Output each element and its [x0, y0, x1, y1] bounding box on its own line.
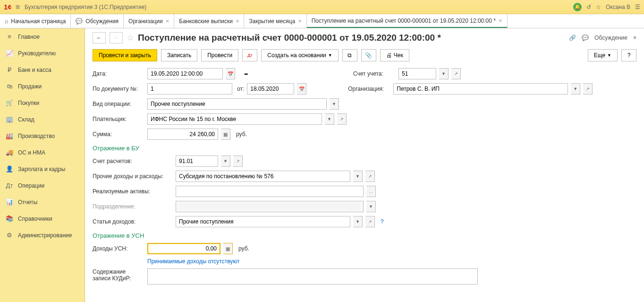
sidebar-item[interactable]: 🛍Продажи: [0, 78, 85, 95]
dropdown-icon[interactable]: ▼: [325, 113, 334, 125]
tab-month-close[interactable]: Закрытие месяца ×: [244, 14, 306, 28]
close-icon[interactable]: ×: [298, 17, 302, 25]
tab-label: Организации: [128, 18, 163, 25]
post-and-close-button[interactable]: Провести и закрыть: [93, 49, 157, 61]
payer-input[interactable]: [151, 116, 319, 122]
calendar-icon[interactable]: 📅: [297, 83, 306, 95]
sidebar-item[interactable]: ≡Главное: [0, 28, 85, 45]
star-icon[interactable]: ☆: [596, 4, 601, 10]
sidebar-item[interactable]: ⚙Администрирование: [0, 227, 85, 243]
rub-label: руб.: [238, 245, 249, 252]
calc-acc-input[interactable]: [179, 158, 215, 164]
sidebar-icon: Дт: [6, 182, 13, 189]
document-title: Поступление на расчетный счет 0000-00000…: [138, 33, 441, 43]
nav-back[interactable]: ←: [93, 32, 106, 43]
sidebar-item[interactable]: 📚Справочники: [0, 210, 85, 227]
discuss-label[interactable]: Обсуждение: [594, 35, 627, 41]
settings-icon[interactable]: ☰: [635, 4, 640, 10]
close-icon[interactable]: ×: [236, 17, 239, 25]
from-label: от:: [237, 86, 244, 92]
open-icon[interactable]: ↗: [337, 113, 347, 125]
calculator-icon[interactable]: ▦: [223, 243, 233, 254]
close-doc-icon[interactable]: ×: [633, 35, 636, 41]
calculator-icon[interactable]: ▦: [221, 129, 230, 140]
sidebar-item-label: Продажи: [18, 83, 42, 90]
open-icon[interactable]: ↗: [365, 171, 375, 182]
dtkt-button[interactable]: Дт: [242, 49, 257, 61]
close-icon[interactable]: ×: [166, 17, 169, 25]
docnum-input[interactable]: [151, 86, 229, 92]
tab-discuss[interactable]: 💬 Обсуждения: [71, 14, 124, 28]
close-icon[interactable]: ×: [499, 17, 502, 24]
sidebar-item-label: Справочники: [18, 216, 52, 222]
dropdown-icon[interactable]: ▼: [353, 216, 363, 227]
dropdown-icon[interactable]: ▼: [221, 155, 230, 167]
tab-organizations[interactable]: Организации ×: [124, 14, 174, 28]
attach-button[interactable]: 📎: [361, 49, 376, 61]
dropdown-icon[interactable]: ▼: [439, 68, 449, 79]
sum-input[interactable]: [151, 131, 215, 138]
dropdown-icon[interactable]: ▼: [571, 83, 580, 95]
open-icon[interactable]: ↗: [583, 83, 593, 95]
structure-button[interactable]: ⧉: [342, 49, 357, 61]
help-button[interactable]: ?: [621, 49, 636, 61]
user-name[interactable]: Оксана В: [606, 4, 630, 10]
tab-label: Поступление на расчетный счет 0000-00000…: [312, 17, 496, 24]
tab-bank-statements[interactable]: Банковские выписки ×: [174, 14, 244, 28]
kudir-label: Содержание записи КУДиР:: [93, 268, 144, 282]
tab-active-document[interactable]: Поступление на расчетный счет 0000-00000…: [307, 14, 508, 28]
org-input[interactable]: [397, 86, 565, 92]
sidebar-item[interactable]: 📊Отчеты: [0, 194, 85, 210]
sidebar-item[interactable]: 🏢Склад: [0, 111, 85, 128]
bell-icon[interactable]: 🔔: [573, 3, 582, 11]
sidebar-item-label: Покупки: [18, 100, 39, 106]
assets-input[interactable]: [179, 188, 360, 195]
nav-forward[interactable]: →: [110, 32, 123, 43]
favorite-star-icon[interactable]: ☆: [127, 33, 134, 43]
open-icon[interactable]: ↗: [233, 155, 243, 167]
account-input[interactable]: [402, 70, 433, 77]
dropdown-icon[interactable]: ▼: [330, 98, 339, 110]
dropdown-icon[interactable]: ▼: [353, 171, 363, 182]
history-icon[interactable]: ↺: [586, 4, 591, 10]
link-icon[interactable]: 🔗: [569, 35, 576, 41]
post-button[interactable]: Провести: [201, 49, 238, 61]
other-input[interactable]: [179, 173, 347, 180]
open-icon[interactable]: ↗: [451, 68, 461, 79]
sidebar: ≡Главное📈Руководителю₽Банк и касса🛍Прода…: [0, 28, 85, 302]
menu-icon[interactable]: ≡: [16, 3, 20, 11]
usn-input[interactable]: [151, 245, 217, 252]
dots-icon[interactable]: …: [366, 186, 376, 197]
help-link-icon[interactable]: ?: [381, 218, 384, 225]
check-button[interactable]: 🖨Чек: [380, 49, 409, 61]
sidebar-item-label: Главное: [18, 34, 40, 40]
date-input[interactable]: [151, 70, 220, 77]
from-date-input[interactable]: [250, 86, 291, 92]
more-button[interactable]: Еще▼: [588, 49, 618, 61]
tab-home[interactable]: ⌂ Начальная страница: [0, 14, 71, 28]
create-from-button[interactable]: Создать на основании▼: [261, 49, 338, 61]
sidebar-item[interactable]: 🏭Производство: [0, 128, 85, 144]
forward-small-icon[interactable]: ➡: [241, 69, 251, 79]
discuss-icon[interactable]: 💬: [582, 35, 589, 41]
calendar-icon[interactable]: 📅: [226, 68, 235, 79]
optype-input[interactable]: [151, 101, 323, 107]
inc-item-input[interactable]: [179, 218, 347, 225]
sidebar-item[interactable]: 📈Руководителю: [0, 45, 85, 61]
assets-label: Реализуемые активы:: [93, 188, 173, 195]
open-icon[interactable]: ↗: [365, 216, 375, 227]
kudir-input[interactable]: [151, 273, 475, 280]
sidebar-item[interactable]: ₽Банк и касса: [0, 61, 85, 78]
docnum-label: По документу №:: [93, 86, 144, 92]
home-icon: ⌂: [5, 18, 8, 25]
sum-label: Сумма:: [93, 131, 144, 138]
tab-home-label: Начальная страница: [11, 18, 66, 25]
sidebar-item[interactable]: ДтОперации: [0, 177, 85, 194]
usn-hint[interactable]: Принимаемые доходы отсутствуют: [147, 258, 240, 265]
write-button[interactable]: Записать: [161, 49, 197, 61]
sidebar-item[interactable]: 🚚ОС и НМА: [0, 144, 85, 161]
sidebar-item[interactable]: 👤Зарплата и кадры: [0, 161, 85, 177]
create-from-label: Создать на основании: [267, 52, 326, 59]
sidebar-item[interactable]: 🛒Покупки: [0, 95, 85, 111]
sidebar-item-label: Склад: [18, 116, 34, 123]
